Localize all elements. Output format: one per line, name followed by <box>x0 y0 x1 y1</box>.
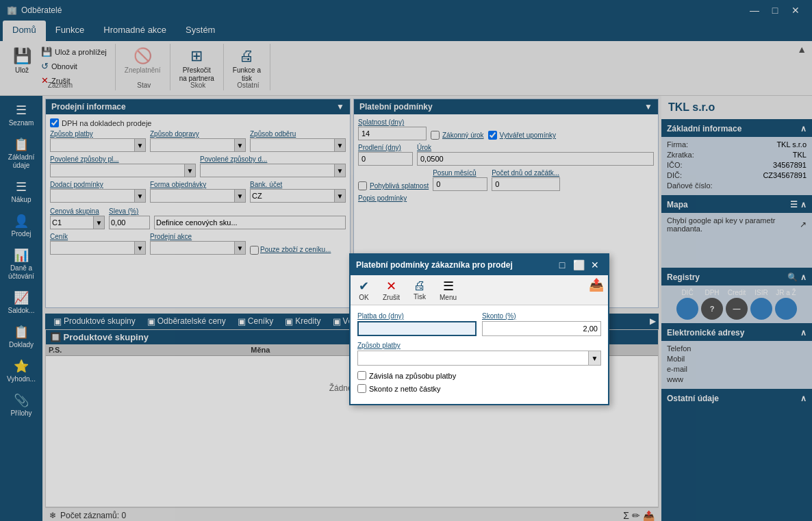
modal-platba-label[interactable]: Platba do (dny) <box>357 312 477 320</box>
pouze-zbozi-checkbox[interactable] <box>250 246 259 255</box>
export-btn[interactable]: 📤 <box>643 510 655 521</box>
modal-skonto-label[interactable]: Skonto (%) <box>482 312 601 320</box>
zpusob-platby-dropdown-btn[interactable]: ▼ <box>135 138 146 152</box>
povolene-d-input[interactable] <box>200 164 335 177</box>
modal-zpusob-platby-label[interactable]: Způsob platby <box>357 342 601 349</box>
mapa-header[interactable]: Mapa ☰ ∧ <box>661 196 812 213</box>
urok-label[interactable]: Úrok <box>417 144 654 151</box>
funkce-tisk-button[interactable]: 🖨 Funkce atisk <box>229 45 264 85</box>
minimize-button[interactable]: — <box>745 2 764 18</box>
forma-label[interactable]: Forma objednávky <box>150 181 246 188</box>
cenova-skupina-label[interactable]: Cenová skupina <box>50 207 105 215</box>
elektronicke-header[interactable]: Elektronické adresy ∧ <box>661 325 812 341</box>
sleva-input[interactable]: 0,00 <box>109 216 150 229</box>
obnovit-button[interactable]: ↺ Obnovit <box>38 60 110 73</box>
popis-label[interactable]: Popis podmínky <box>358 194 654 202</box>
ribbon-scroll-btn[interactable]: ▲ <box>797 44 807 55</box>
reg-dph[interactable]: DPH ? <box>701 289 723 320</box>
uloz-button[interactable]: 💾 Ulož <box>8 45 36 77</box>
prodleni-label[interactable]: Prodlení (dny) <box>358 144 413 151</box>
zakladni-info-header[interactable]: Základní informace ∧ <box>661 120 812 137</box>
povolene-d-dropdown-btn[interactable]: ▼ <box>335 164 346 177</box>
tab-hromadne[interactable]: Hromadné akce <box>94 21 176 41</box>
reg-dic[interactable]: DIČ <box>676 289 698 320</box>
modal-zpusob-dropdown-btn[interactable]: ▼ <box>588 351 600 365</box>
credit-badge[interactable]: — <box>726 298 748 320</box>
povolene-pl-input[interactable] <box>50 164 185 177</box>
splatnost-label[interactable]: Splatnost (dny) <box>358 118 427 126</box>
modal-zpusob-dropdown[interactable]: ▼ <box>357 351 601 366</box>
zpusob-odberu-label[interactable]: Způsob odběru <box>250 130 346 138</box>
reg-isir[interactable]: ISIR <box>750 289 772 320</box>
urok-input[interactable]: 0,0500 <box>417 152 654 166</box>
tab-domu[interactable]: Domů <box>3 21 46 41</box>
cenova-skupina-input[interactable]: C1 <box>50 216 94 229</box>
sidebar-item-prodej[interactable]: 👤 Prodej <box>1 209 41 242</box>
modal-skonto-input[interactable] <box>482 321 601 336</box>
bank-ucet-dropdown-btn[interactable]: ▼ <box>335 189 346 203</box>
zpusob-dopravy-dropdown-btn[interactable]: ▼ <box>235 138 246 152</box>
pohybliva-checkbox[interactable] <box>358 181 367 190</box>
sidebar-item-vyhodn[interactable]: ⭐ Vyhodn... <box>1 355 41 387</box>
edit-btn[interactable]: ✏ <box>632 510 640 521</box>
tab-funkce[interactable]: Funkce <box>46 21 94 41</box>
dodaci-label[interactable]: Dodací podmínky <box>50 181 146 188</box>
dic-badge[interactable] <box>676 298 698 320</box>
sigma-btn[interactable]: Σ <box>623 510 629 521</box>
posun-input[interactable]: 0 <box>433 177 487 191</box>
modal-minimize-btn[interactable]: □ <box>555 258 570 272</box>
modal-ok-btn[interactable]: ✔ OK <box>355 277 373 303</box>
sleva-label[interactable]: Sleva (%) <box>109 207 150 215</box>
maximize-button[interactable]: □ <box>765 2 785 18</box>
jr-badge[interactable] <box>775 298 797 320</box>
reg-jr[interactable]: JR a Ž <box>775 289 797 320</box>
bank-ucet-input[interactable]: CZ <box>250 189 335 203</box>
splatnost-input[interactable]: 14 <box>358 127 427 140</box>
cenik-label[interactable]: Ceník <box>50 233 146 240</box>
modal-export-icon[interactable]: 📤 <box>589 277 604 303</box>
cenik-dropdown-btn[interactable]: ▼ <box>135 241 146 255</box>
external-link-icon[interactable]: ↗ <box>800 220 807 229</box>
prodleni-input[interactable]: 0 <box>358 152 413 166</box>
sidebar-item-doklady[interactable]: 📋 Doklady <box>1 320 41 353</box>
modal-skonto-netto-checkbox[interactable] <box>357 384 366 393</box>
tab-ceniky[interactable]: ▣ Ceníky <box>232 314 279 329</box>
sidebar-item-dane[interactable]: 📊 Daně aúčtování <box>1 244 41 285</box>
zpusob-odberu-dropdown-btn[interactable]: ▼ <box>335 138 346 152</box>
povolene-d-label[interactable]: Povolené způsoby d... <box>200 155 346 163</box>
dph-checkbox[interactable] <box>50 118 59 127</box>
pouze-zbozi-label[interactable]: Pouze zboží z ceníku... <box>260 246 331 253</box>
tab-produktove-skupiny[interactable]: ▣ Produktové skupiny <box>48 314 141 329</box>
tab-scroll-btn[interactable]: ▶ <box>650 316 656 326</box>
modal-maximize-btn[interactable]: ⬜ <box>571 258 586 272</box>
registry-header[interactable]: Registry 🔍 ∧ <box>661 269 812 285</box>
definice-input[interactable]: Definice cenových sku... <box>154 216 346 229</box>
tab-system[interactable]: Systém <box>176 21 225 41</box>
modal-tisk-btn[interactable]: 🖨 Tisk <box>409 277 430 303</box>
zpusob-dopravy-label[interactable]: Způsob dopravy <box>150 130 246 138</box>
sidebar-item-zakladni[interactable]: 📋 Základníúdaje <box>1 133 41 174</box>
cenik-input[interactable] <box>50 241 135 255</box>
modal-close-btn[interactable]: ✕ <box>587 258 602 272</box>
ostatni-header[interactable]: Ostatní údaje ∧ <box>661 390 812 407</box>
zneplatneni-button[interactable]: 🚫 Zneplatnění <box>121 45 164 77</box>
zakonny-urok-checkbox[interactable] <box>431 131 440 140</box>
dodaci-input[interactable] <box>50 189 135 203</box>
zpusob-platby-label[interactable]: Způsob platby <box>50 130 146 138</box>
sidebar-item-seznam[interactable]: ☰ Seznam <box>1 99 41 131</box>
preskocit-button[interactable]: ⊞ Přeskočitna partnera <box>176 45 218 85</box>
modal-zavisla-checkbox[interactable] <box>357 371 366 380</box>
close-button[interactable]: ✕ <box>786 2 805 18</box>
prodejni-akce-input[interactable] <box>150 241 235 255</box>
forma-dropdown-btn[interactable]: ▼ <box>235 189 246 203</box>
zpusob-odberu-input[interactable] <box>250 138 335 152</box>
vytvaret-checkbox[interactable] <box>488 131 497 140</box>
dodaci-dropdown-btn[interactable]: ▼ <box>135 189 146 203</box>
registry-search-icon[interactable]: 🔍 <box>787 272 798 282</box>
povolene-pl-dropdown-btn[interactable]: ▼ <box>185 164 196 177</box>
modal-menu-btn[interactable]: ☰ Menu <box>435 277 461 303</box>
zpusob-platby-input[interactable] <box>50 138 135 152</box>
cenova-skupina-dropdown-btn[interactable]: ▼ <box>94 216 105 229</box>
prodejni-akce-dropdown-btn[interactable]: ▼ <box>235 241 246 255</box>
tab-odberate-ceny[interactable]: ▣ Odběratelské ceny <box>142 314 231 329</box>
